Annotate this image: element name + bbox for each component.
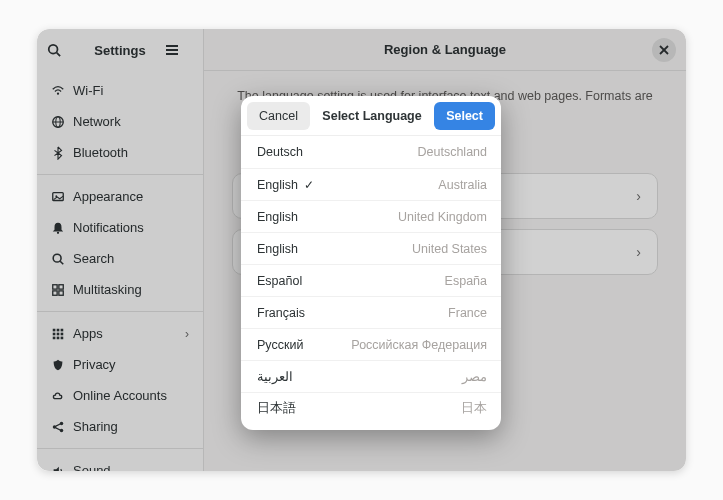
language-name: العربية	[257, 369, 293, 384]
language-name: English	[257, 210, 298, 224]
cancel-button[interactable]: Cancel	[247, 102, 310, 130]
dialog-title: Select Language	[316, 109, 428, 123]
language-option[interactable]: FrançaisFrance	[241, 296, 501, 328]
language-option[interactable]: EnglishUnited States	[241, 232, 501, 264]
language-option[interactable]: 日本語日本	[241, 392, 501, 424]
select-button[interactable]: Select	[434, 102, 495, 130]
language-region: United Kingdom	[298, 210, 487, 224]
language-option[interactable]: DeutschDeutschland	[241, 136, 501, 168]
language-option[interactable]: РусскийРоссийская Федерация	[241, 328, 501, 360]
language-region: 日本	[296, 400, 487, 417]
dialog-header: Cancel Select Language Select	[241, 96, 501, 136]
language-name: Français	[257, 306, 305, 320]
language-name: 日本語	[257, 400, 296, 417]
language-option[interactable]: العربيةمصر	[241, 360, 501, 392]
language-option[interactable]: EspañolEspaña	[241, 264, 501, 296]
language-region: United States	[298, 242, 487, 256]
language-name: Русский	[257, 338, 303, 352]
language-name: English	[257, 242, 298, 256]
language-option[interactable]: EnglishUnited Kingdom	[241, 200, 501, 232]
language-name: Español	[257, 274, 302, 288]
select-language-dialog: Cancel Select Language Select DeutschDeu…	[241, 96, 501, 430]
language-region: Российская Федерация	[303, 338, 487, 352]
check-icon: ✓	[304, 178, 314, 192]
language-option[interactable]: English✓Australia	[241, 168, 501, 200]
language-name: Deutsch	[257, 145, 303, 159]
language-region: Australia	[314, 178, 487, 192]
language-region: France	[305, 306, 487, 320]
language-region: Deutschland	[303, 145, 487, 159]
language-list[interactable]: DeutschDeutschlandEnglish✓AustraliaEngli…	[241, 136, 501, 430]
language-region: España	[302, 274, 487, 288]
language-region: مصر	[293, 369, 487, 384]
language-name: English	[257, 178, 298, 192]
